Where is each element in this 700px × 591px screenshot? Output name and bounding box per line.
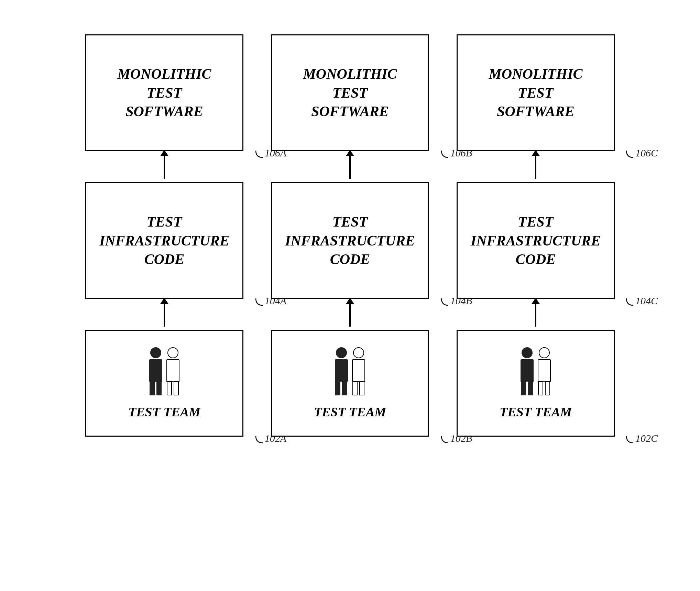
software-box-a: MONOLITHICTESTSOFTWARE <box>85 34 243 151</box>
team-b-figures <box>335 347 365 395</box>
arrow-cell-c1 <box>457 151 615 182</box>
software-box-b-wrapper: MONOLITHICTESTSOFTWARE 106B <box>271 34 429 151</box>
team-box-c-wrapper: TEST TEAM 102C <box>457 330 615 437</box>
arrow-up-a1 <box>164 155 165 179</box>
infra-label-a: TESTINFRASTRUCTURECODE <box>99 212 229 269</box>
arrow-up-b1 <box>349 155 351 179</box>
arrow-up-c1 <box>535 155 536 179</box>
software-box-b: MONOLITHICTESTSOFTWARE <box>271 34 429 151</box>
diagram-container: MONOLITHICTESTSOFTWARE 106A MONOLITHICTE… <box>21 21 679 570</box>
person-light-1c <box>538 347 551 395</box>
arrow-cell-b1 <box>271 151 429 182</box>
arrow-cell-a2 <box>85 299 243 330</box>
arrow-up-b2 <box>349 303 351 327</box>
arrow-cell-b2 <box>271 299 429 330</box>
infra-label-c: TESTINFRASTRUCTURECODE <box>471 212 601 269</box>
team-c-people: TEST TEAM <box>493 340 579 426</box>
arrow-cell-a1 <box>85 151 243 182</box>
person-light-1a <box>166 347 179 395</box>
person-dark-1b <box>335 347 348 395</box>
arrows-infra-to-software <box>21 151 679 182</box>
infra-label-b: TESTINFRASTRUCTURECODE <box>285 212 415 269</box>
software-box-c-wrapper: MONOLITHICTESTSOFTWARE 106C <box>457 34 615 151</box>
team-box-a: TEST TEAM <box>85 330 243 437</box>
infra-box-b-wrapper: TESTINFRASTRUCTURECODE 104B <box>271 182 429 299</box>
software-box-a-wrapper: MONOLITHICTESTSOFTWARE 106A <box>85 34 243 151</box>
person-dark-1a <box>149 347 162 395</box>
team-box-c: TEST TEAM <box>457 330 615 437</box>
team-b-people: TEST TEAM <box>307 340 393 426</box>
team-box-a-wrapper: TEST TEAM 102A <box>85 330 243 437</box>
infra-box-c-wrapper: TESTINFRASTRUCTURECODE 104C <box>457 182 615 299</box>
team-row: TEST TEAM 102A <box>21 330 679 437</box>
infra-row: TESTINFRASTRUCTURECODE 104A TESTINFRASTR… <box>21 182 679 299</box>
arrow-up-a2 <box>164 303 165 327</box>
team-b-label: TEST TEAM <box>314 404 386 419</box>
team-box-b: TEST TEAM <box>271 330 429 437</box>
team-c-label: TEST TEAM <box>500 404 572 419</box>
ref-label-102c: 102C <box>625 433 658 444</box>
arrow-cell-c2 <box>457 299 615 330</box>
software-label-b: MONOLITHICTESTSOFTWARE <box>303 65 397 121</box>
team-a-figures <box>149 347 179 395</box>
software-label-c: MONOLITHICTESTSOFTWARE <box>489 65 582 121</box>
software-box-c: MONOLITHICTESTSOFTWARE <box>457 34 615 151</box>
software-label-a: MONOLITHICTESTSOFTWARE <box>117 65 211 121</box>
software-row: MONOLITHICTESTSOFTWARE 106A MONOLITHICTE… <box>21 34 679 151</box>
team-c-figures <box>521 347 551 395</box>
infra-box-b: TESTINFRASTRUCTURECODE <box>271 182 429 299</box>
person-light-1b <box>352 347 365 395</box>
team-box-b-wrapper: TEST TEAM 102B <box>271 330 429 437</box>
arrow-up-c2 <box>535 303 536 327</box>
infra-box-c: TESTINFRASTRUCTURECODE <box>457 182 615 299</box>
team-a-people: TEST TEAM <box>121 340 207 426</box>
team-a-label: TEST TEAM <box>128 404 200 419</box>
person-dark-1c <box>521 347 534 395</box>
infra-box-a-wrapper: TESTINFRASTRUCTURECODE 104A <box>85 182 243 299</box>
infra-box-a: TESTINFRASTRUCTURECODE <box>85 182 243 299</box>
arrows-team-to-infra <box>21 299 679 330</box>
